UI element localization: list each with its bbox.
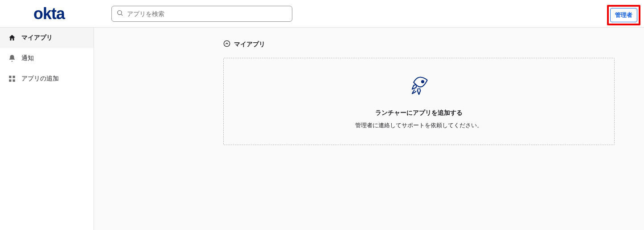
sidebar-item-add-apps[interactable]: アプリの追加 bbox=[0, 69, 94, 89]
empty-state-subtitle: 管理者に連絡してサポートを依頼してください。 bbox=[355, 121, 483, 129]
section-header[interactable]: マイアプリ bbox=[223, 40, 617, 49]
logo[interactable]: okta bbox=[9, 4, 89, 23]
svg-rect-2 bbox=[9, 76, 11, 78]
header: okta 管理者 bbox=[0, 0, 644, 28]
grid-plus-icon bbox=[8, 75, 16, 83]
chevron-up-circle-icon bbox=[223, 40, 230, 49]
section-title: マイアプリ bbox=[234, 40, 265, 48]
svg-rect-4 bbox=[9, 80, 11, 82]
home-icon bbox=[8, 34, 16, 42]
sidebar-item-notifications[interactable]: 通知 bbox=[0, 48, 94, 69]
admin-button[interactable]: 管理者 bbox=[610, 8, 637, 22]
main-content: マイアプリ ランチャーにアプリを追加する 管理者に連絡してサポートを依頼してくだ… bbox=[94, 28, 644, 230]
svg-rect-3 bbox=[13, 76, 15, 78]
logo-text: okta bbox=[33, 4, 65, 23]
search-input[interactable] bbox=[127, 10, 287, 17]
sidebar-item-label: 通知 bbox=[21, 54, 34, 62]
svg-point-0 bbox=[118, 10, 122, 14]
sidebar-item-label: マイアプリ bbox=[21, 34, 53, 42]
layout: マイアプリ 通知 アプリの追加 マイアプリ bbox=[0, 28, 644, 230]
admin-button-highlight: 管理者 bbox=[607, 5, 640, 25]
empty-state: ランチャーにアプリを追加する 管理者に連絡してサポートを依頼してください。 bbox=[223, 58, 615, 145]
sidebar-item-my-apps[interactable]: マイアプリ bbox=[0, 28, 94, 48]
bell-icon bbox=[8, 54, 16, 62]
svg-rect-5 bbox=[13, 80, 15, 82]
search-icon bbox=[116, 9, 123, 18]
sidebar: マイアプリ 通知 アプリの追加 bbox=[0, 28, 94, 230]
rocket-icon bbox=[407, 73, 431, 99]
svg-point-6 bbox=[224, 40, 230, 46]
search-input-wrapper[interactable] bbox=[111, 6, 292, 22]
svg-point-7 bbox=[422, 81, 424, 83]
svg-line-1 bbox=[121, 14, 123, 16]
empty-state-title: ランチャーにアプリを追加する bbox=[375, 109, 463, 117]
sidebar-item-label: アプリの追加 bbox=[21, 75, 59, 83]
